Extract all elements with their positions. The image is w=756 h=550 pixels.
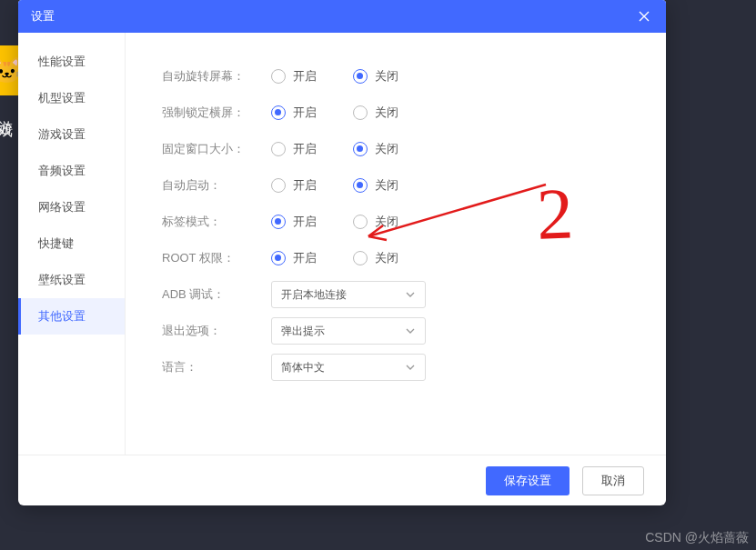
radio-icon xyxy=(271,215,286,229)
radio-off[interactable]: 关闭 xyxy=(353,214,398,230)
row-label: 标签模式： xyxy=(162,214,271,230)
row-label: 自动旋转屏幕： xyxy=(162,68,271,85)
radio-group: 开启 关闭 xyxy=(271,141,398,157)
sidebar-item-label: 网络设置 xyxy=(38,199,86,215)
row-label: ROOT 权限： xyxy=(162,250,271,266)
modal-title: 设置 xyxy=(31,8,635,25)
sidebar-item-audio[interactable]: 音频设置 xyxy=(18,153,125,189)
radio-off[interactable]: 关闭 xyxy=(353,177,398,194)
row-force-landscape: 强制锁定横屏： 开启 关闭 xyxy=(162,95,666,131)
sidebar-item-label: 快捷键 xyxy=(38,235,74,252)
sidebar-item-label: 性能设置 xyxy=(38,54,86,70)
radio-on[interactable]: 开启 xyxy=(271,250,317,266)
radio-label: 关闭 xyxy=(375,141,398,157)
radio-off[interactable]: 关闭 xyxy=(353,105,398,121)
row-language: 语言： 简体中文 xyxy=(162,349,666,385)
chevron-down-icon xyxy=(405,289,416,303)
sidebar-item-other[interactable]: 其他设置 xyxy=(18,298,125,335)
row-root: ROOT 权限： 开启 关闭 xyxy=(162,240,666,276)
select-value: 简体中文 xyxy=(281,360,325,375)
radio-label: 开启 xyxy=(293,105,317,121)
sidebar-item-label: 其他设置 xyxy=(38,308,86,325)
close-icon[interactable] xyxy=(635,7,653,25)
radio-on[interactable]: 开启 xyxy=(271,177,317,194)
chevron-down-icon xyxy=(405,325,416,339)
row-label: 语言： xyxy=(162,359,271,375)
sidebar-item-wallpaper[interactable]: 壁纸设置 xyxy=(18,262,125,298)
row-adb: ADB 调试： 开启本地连接 xyxy=(162,276,666,313)
sidebar-item-label: 壁纸设置 xyxy=(38,272,86,288)
cancel-button[interactable]: 取消 xyxy=(582,466,644,495)
bg-sidebar-text: 游戏 xyxy=(0,109,15,113)
row-fixed-window: 固定窗口大小： 开启 关闭 xyxy=(162,131,666,167)
sidebar-item-label: 游戏设置 xyxy=(38,126,86,143)
adb-select[interactable]: 开启本地连接 xyxy=(271,281,426,308)
radio-icon xyxy=(271,251,286,265)
row-tab-mode: 标签模式： 开启 关闭 xyxy=(162,204,666,240)
sidebar-item-performance[interactable]: 性能设置 xyxy=(18,44,125,80)
radio-icon xyxy=(271,105,286,120)
exit-select[interactable]: 弹出提示 xyxy=(271,317,426,345)
radio-label: 关闭 xyxy=(375,214,398,230)
radio-icon xyxy=(271,178,286,193)
select-value: 弹出提示 xyxy=(281,324,325,339)
radio-label: 开启 xyxy=(293,141,317,157)
radio-off[interactable]: 关闭 xyxy=(353,141,398,157)
save-button[interactable]: 保存设置 xyxy=(486,466,570,495)
row-label: 退出选项： xyxy=(162,323,271,339)
settings-modal: 设置 性能设置 机型设置 游戏设置 音频设置 网络设置 快捷键 壁纸设置 其他设… xyxy=(18,0,666,505)
language-select[interactable]: 简体中文 xyxy=(271,354,426,381)
radio-label: 关闭 xyxy=(375,250,398,266)
radio-on[interactable]: 开启 xyxy=(271,105,317,121)
row-label: 自动启动： xyxy=(162,177,271,194)
radio-on[interactable]: 开启 xyxy=(271,141,317,157)
radio-icon xyxy=(353,251,368,265)
radio-label: 开启 xyxy=(293,68,317,85)
radio-label: 开启 xyxy=(293,214,317,230)
radio-icon xyxy=(271,142,286,156)
sidebar-item-network[interactable]: 网络设置 xyxy=(18,189,125,225)
row-auto-start: 自动启动： 开启 关闭 xyxy=(162,167,666,204)
settings-content: 自动旋转屏幕： 开启 关闭 强制锁定横屏： 开启 关闭 固定窗口大小： 开启 关… xyxy=(126,33,666,455)
radio-icon xyxy=(271,69,286,84)
sidebar-item-game[interactable]: 游戏设置 xyxy=(18,116,125,153)
titlebar: 设置 xyxy=(18,0,666,33)
button-label: 取消 xyxy=(601,473,625,489)
button-label: 保存设置 xyxy=(504,473,551,489)
row-label: ADB 调试： xyxy=(162,286,271,303)
radio-icon xyxy=(353,178,368,193)
row-label: 强制锁定横屏： xyxy=(162,105,271,121)
watermark: CSDN @火焰蔷薇 xyxy=(645,530,749,546)
radio-group: 开启 关闭 xyxy=(271,68,398,85)
select-value: 开启本地连接 xyxy=(281,287,347,303)
radio-label: 关闭 xyxy=(375,105,398,121)
sidebar-item-label: 音频设置 xyxy=(38,163,86,179)
modal-footer: 保存设置 取消 xyxy=(18,455,666,505)
radio-icon xyxy=(353,105,368,120)
settings-sidebar: 性能设置 机型设置 游戏设置 音频设置 网络设置 快捷键 壁纸设置 其他设置 xyxy=(18,33,126,455)
radio-group: 开启 关闭 xyxy=(271,214,398,230)
radio-label: 开启 xyxy=(293,250,317,266)
chevron-down-icon xyxy=(405,362,416,375)
radio-icon xyxy=(353,69,368,84)
radio-icon xyxy=(353,142,368,156)
radio-group: 开启 关闭 xyxy=(271,250,398,266)
radio-label: 关闭 xyxy=(375,68,398,85)
radio-group: 开启 关闭 xyxy=(271,177,398,194)
sidebar-item-shortcut[interactable]: 快捷键 xyxy=(18,225,125,262)
radio-off[interactable]: 关闭 xyxy=(353,250,398,266)
row-exit: 退出选项： 弹出提示 xyxy=(162,313,666,349)
radio-label: 关闭 xyxy=(375,177,398,194)
row-auto-rotate: 自动旋转屏幕： 开启 关闭 xyxy=(162,58,666,95)
radio-label: 开启 xyxy=(293,177,317,194)
sidebar-item-model[interactable]: 机型设置 xyxy=(18,80,125,116)
sidebar-item-label: 机型设置 xyxy=(38,90,86,106)
radio-icon xyxy=(353,215,368,229)
row-label: 固定窗口大小： xyxy=(162,141,271,157)
radio-group: 开启 关闭 xyxy=(271,105,398,121)
radio-on[interactable]: 开启 xyxy=(271,214,317,230)
radio-off[interactable]: 关闭 xyxy=(353,68,398,85)
radio-on[interactable]: 开启 xyxy=(271,68,317,85)
